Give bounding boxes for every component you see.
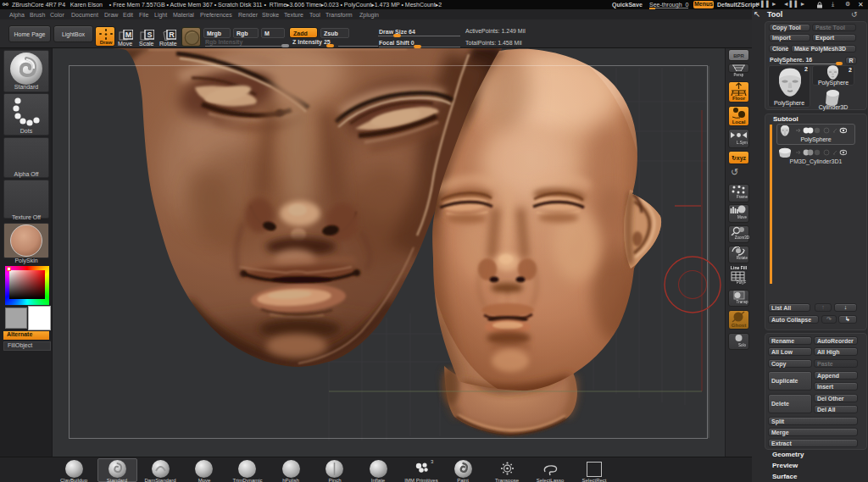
svg-text:M: M — [125, 30, 132, 39]
svg-text:S: S — [147, 30, 152, 39]
svg-text:R: R — [169, 30, 175, 39]
